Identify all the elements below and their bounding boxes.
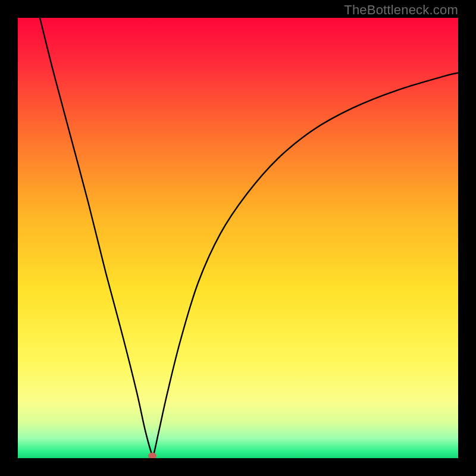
bottleneck-curve <box>18 18 458 458</box>
chart-frame: TheBottleneck.com <box>0 0 476 476</box>
minimum-marker <box>148 453 156 458</box>
watermark-text: TheBottleneck.com <box>344 2 458 18</box>
plot-area <box>18 18 458 458</box>
